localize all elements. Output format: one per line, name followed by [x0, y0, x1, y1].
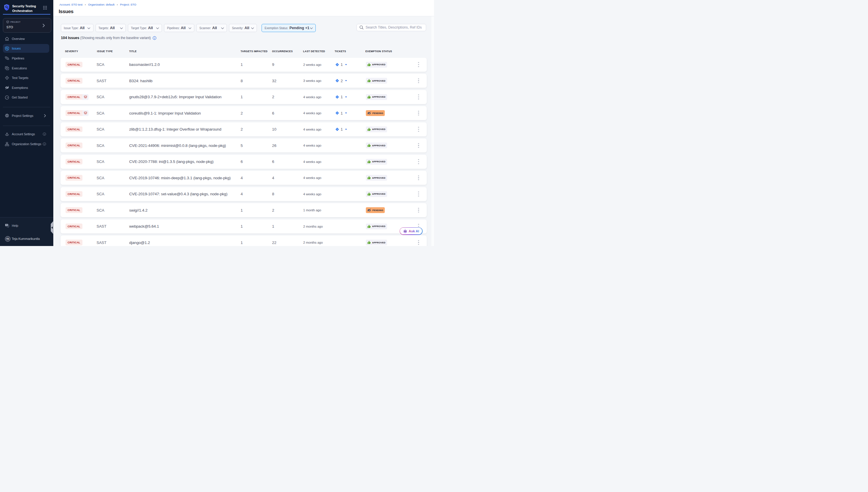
svg-text:?: ?: [6, 224, 7, 226]
